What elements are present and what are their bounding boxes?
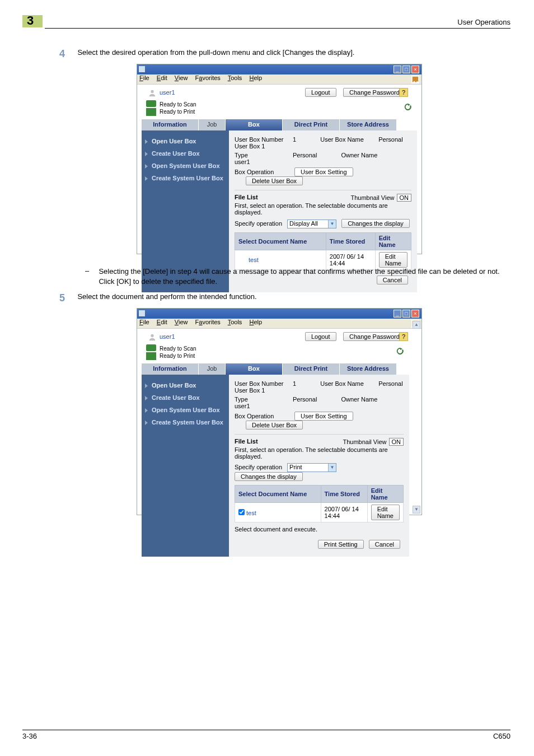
thumbnail-view-label: Thumbnail View xyxy=(350,194,394,201)
user-box-setting-button[interactable]: User Box Setting xyxy=(294,412,353,421)
change-password-button[interactable]: Change Password xyxy=(343,88,406,97)
status-print: Ready to Print xyxy=(160,353,409,359)
delete-user-box-button[interactable]: Delete User Box xyxy=(246,176,303,185)
tab-job[interactable]: Job xyxy=(199,119,226,130)
userbox-name-label: User Box Name xyxy=(320,136,378,143)
sidebar-item-create-user-box[interactable]: Create User Box xyxy=(142,147,229,160)
maximize-button[interactable]: □ xyxy=(402,66,410,73)
userbox-number-label: User Box Number xyxy=(235,136,293,143)
tab-direct-print[interactable]: Direct Print xyxy=(283,363,340,375)
col-time-stored: Time Stored xyxy=(321,486,367,503)
footer-page-number: 3-36 xyxy=(22,732,37,740)
sidebar-item-open-sys-user-box[interactable]: Open System User Box xyxy=(142,160,229,172)
user-icon xyxy=(148,89,156,97)
col-time-stored: Time Stored xyxy=(326,233,375,250)
document-link[interactable]: test xyxy=(246,510,256,516)
tab-information[interactable]: Information xyxy=(142,363,199,375)
document-checkbox[interactable] xyxy=(238,509,245,515)
page-title: User Operations xyxy=(457,18,510,26)
tab-row: Information Job Box Direct Print Store A… xyxy=(142,363,409,375)
menu-tools[interactable]: Tools xyxy=(228,74,242,81)
changes-the-display-button[interactable]: Changes the display xyxy=(235,472,303,481)
menu-view[interactable]: View xyxy=(175,74,188,81)
tab-box[interactable]: Box xyxy=(226,363,283,375)
username-link[interactable]: user1 xyxy=(160,89,175,96)
box-op-label: Box Operation xyxy=(235,169,293,175)
status-print: Ready to Print xyxy=(160,109,417,115)
scroll-up-icon[interactable]: ▲ xyxy=(413,321,420,329)
print-setting-button[interactable]: Print Setting xyxy=(318,540,364,549)
userbox-number-value: 1 xyxy=(293,136,296,143)
cancel-button[interactable]: Cancel xyxy=(369,540,400,549)
main-panel: User Box Number1 User Box NamePersonal U… xyxy=(229,375,409,557)
specify-operation-label: Specify operation xyxy=(235,220,282,227)
menu-view[interactable]: View xyxy=(175,319,188,325)
username-link[interactable]: user1 xyxy=(160,333,175,340)
tab-direct-print[interactable]: Direct Print xyxy=(283,119,340,130)
help-icon[interactable]: ? xyxy=(399,332,408,341)
edit-name-button[interactable]: Edit Name xyxy=(379,252,407,268)
sidebar-item-create-sys-user-box[interactable]: Create System User Box xyxy=(142,416,229,428)
step-text: Select the document and perform the inte… xyxy=(77,292,503,301)
owner-value: user1 xyxy=(235,158,250,165)
triangle-icon xyxy=(145,164,148,169)
sidebar-item-open-sys-user-box[interactable]: Open System User Box xyxy=(142,404,229,416)
minimize-button[interactable]: _ xyxy=(394,66,401,73)
minimize-button[interactable]: _ xyxy=(394,310,401,318)
chevron-down-icon: ▼ xyxy=(328,464,336,472)
close-button[interactable]: × xyxy=(411,310,419,318)
titlebar[interactable]: _ □ × xyxy=(137,309,421,319)
menu-help[interactable]: Help xyxy=(249,74,262,81)
scanner-icon xyxy=(146,100,156,107)
tab-store-address[interactable]: Store Address xyxy=(340,119,397,130)
delete-user-box-button[interactable]: Delete User Box xyxy=(246,421,303,430)
tab-store-address[interactable]: Store Address xyxy=(340,363,397,375)
user-box-setting-button[interactable]: User Box Setting xyxy=(294,167,353,176)
col-edit-name: Edit Name xyxy=(367,486,403,503)
thumbnail-view-on-button[interactable]: ON xyxy=(397,194,412,202)
col-select-doc-name: Select Document Name xyxy=(235,486,321,503)
browser-window: _ □ × File Edit View Favorites Tools Hel… xyxy=(137,64,422,254)
logout-button[interactable]: Logout xyxy=(305,332,336,341)
menu-favorites[interactable]: Favorites xyxy=(195,74,221,81)
sidebar-item-create-sys-user-box[interactable]: Create System User Box xyxy=(142,172,229,184)
triangle-icon xyxy=(145,408,148,413)
specify-operation-select[interactable]: Print▼ xyxy=(287,463,336,472)
titlebar[interactable]: _ □ × xyxy=(137,64,421,74)
svg-point-3 xyxy=(151,334,153,337)
svg-point-1 xyxy=(151,90,153,93)
refresh-icon[interactable] xyxy=(396,347,405,356)
specify-operation-select[interactable]: Display All▼ xyxy=(287,220,336,228)
changes-the-display-button[interactable]: Changes the display xyxy=(341,219,410,228)
sidebar-item-open-user-box[interactable]: Open User Box xyxy=(142,135,229,147)
edit-name-button[interactable]: Edit Name xyxy=(371,505,400,520)
menu-file[interactable]: File xyxy=(139,319,149,325)
user-icon xyxy=(148,333,156,341)
document-link[interactable]: test xyxy=(249,256,259,263)
step-number: 5 xyxy=(59,292,75,304)
menu-bar: File Edit View Favorites Tools Help xyxy=(137,319,421,329)
tab-box[interactable]: Box xyxy=(226,119,283,130)
chevron-down-icon: ▼ xyxy=(328,220,336,228)
menu-edit[interactable]: Edit xyxy=(157,74,167,81)
help-icon[interactable]: ? xyxy=(399,88,408,97)
tab-information[interactable]: Information xyxy=(142,119,199,130)
change-password-button[interactable]: Change Password xyxy=(343,332,406,341)
bullet-dash: – xyxy=(85,267,96,275)
tab-job[interactable]: Job xyxy=(199,363,226,375)
sidebar-item-open-user-box[interactable]: Open User Box xyxy=(142,379,229,391)
menu-tools[interactable]: Tools xyxy=(228,319,242,325)
maximize-button[interactable]: □ xyxy=(402,310,410,318)
menu-edit[interactable]: Edit xyxy=(157,319,167,325)
menu-bar: File Edit View Favorites Tools Help xyxy=(137,74,421,85)
menu-file[interactable]: File xyxy=(139,74,149,81)
menu-favorites[interactable]: Favorites xyxy=(195,319,221,325)
menu-help[interactable]: Help xyxy=(249,319,262,325)
sidebar-item-create-user-box[interactable]: Create User Box xyxy=(142,391,229,404)
logout-button[interactable]: Logout xyxy=(305,88,336,97)
chapter-number: 3 xyxy=(27,13,34,28)
thumbnail-view-on-button[interactable]: ON xyxy=(389,438,404,446)
close-button[interactable]: × xyxy=(411,66,419,73)
refresh-icon[interactable] xyxy=(404,102,413,111)
printer-icon xyxy=(146,352,156,360)
